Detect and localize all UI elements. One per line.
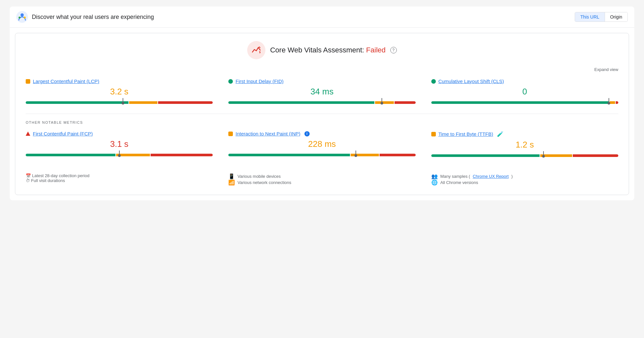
logo-icon <box>16 11 28 23</box>
header-left: Discover what your real users are experi… <box>16 11 154 23</box>
metric-item-fid: First Input Delay (FID)34 ms <box>228 78 415 106</box>
core-metrics-grid: Largest Contentful Paint (LCP)3.2 sFirst… <box>26 78 618 106</box>
metric-item-lcp: Largest Contentful Paint (LCP)3.2 s <box>26 78 213 106</box>
metric-header-fid: First Input Delay (FID) <box>228 78 415 84</box>
footer-col-3: 👥Many samples (Chrome UX Report)🌐All Chr… <box>431 173 618 186</box>
other-metrics-grid: First Contentful Paint (FCP)3.1 sInterac… <box>26 131 618 159</box>
origin-button[interactable]: Origin <box>605 12 627 21</box>
metric-header-lcp: Largest Contentful Paint (LCP) <box>26 78 213 84</box>
footer-item-chrome: 🌐All Chrome versions <box>431 179 618 186</box>
svg-point-2 <box>19 17 20 19</box>
footer-item-samples: 👥Many samples (Chrome UX Report) <box>431 173 618 179</box>
help-icon[interactable]: ? <box>390 47 397 53</box>
assessment-title: Core Web Vitals Assessment: Failed <box>270 46 385 54</box>
metric-name-cls[interactable]: Cumulative Layout Shift (CLS) <box>438 78 504 84</box>
gauge-bar-cls <box>431 99 618 106</box>
gauge-bar-ttfb <box>431 152 618 159</box>
metric-indicator-ttfb <box>431 132 436 136</box>
needle-fcp <box>119 150 120 156</box>
metric-header-ttfb: Time to First Byte (TTFB)🧪 <box>431 131 618 137</box>
metric-name-fcp[interactable]: First Contentful Paint (FCP) <box>33 131 93 136</box>
assessment-title-text: Core Web Vitals Assessment: <box>270 46 364 54</box>
assessment-row: Core Web Vitals Assessment: Failed ? <box>247 41 396 59</box>
needle-cls <box>609 98 609 103</box>
metric-name-ttfb[interactable]: Time to First Byte (TTFB) <box>438 131 493 137</box>
gauge-bar-fcp <box>26 152 213 158</box>
expand-label: Expand view <box>594 67 618 72</box>
needle-inp <box>356 150 356 156</box>
url-toggle[interactable]: This URL Origin <box>575 12 628 22</box>
footer-item-mobile-0: 📱Various mobile devices <box>228 173 415 179</box>
info-icon-inp[interactable]: i <box>304 131 310 136</box>
gauge-bar-lcp <box>26 99 213 106</box>
metric-indicator-cls <box>431 79 436 84</box>
metric-value-inp: 228 ms <box>228 139 415 149</box>
metric-name-lcp[interactable]: Largest Contentful Paint (LCP) <box>33 78 99 84</box>
metric-indicator-lcp <box>26 79 30 84</box>
metric-item-fcp: First Contentful Paint (FCP)3.1 s <box>26 131 213 159</box>
metric-value-fcp: 3.1 s <box>26 139 213 149</box>
divider <box>26 114 618 114</box>
metric-item-cls: Cumulative Layout Shift (CLS)0 <box>431 78 618 106</box>
metric-value-cls: 0 <box>431 87 618 97</box>
metric-value-fid: 34 ms <box>228 87 415 97</box>
svg-point-4 <box>260 52 261 53</box>
footer-item-mobile-1: 📶Various network connections <box>228 179 415 186</box>
footer-col-2: 📱Various mobile devices📶Various network … <box>228 173 415 186</box>
footer-item-0: 📅 Latest 28-day collection period <box>26 173 213 178</box>
metric-item-inp: Interaction to Next Paint (INP)i228 ms <box>228 131 415 159</box>
needle-ttfb <box>543 151 544 156</box>
gauge-bar-fid <box>228 99 415 106</box>
footer-col-1: 📅 Latest 28-day collection period⏱ Full … <box>26 173 213 186</box>
gauge-bar-inp <box>228 152 415 158</box>
metric-header-fcp: First Contentful Paint (FCP) <box>26 131 213 136</box>
needle-fid <box>382 98 382 103</box>
assessment-section: Core Web Vitals Assessment: Failed ? <box>26 41 618 62</box>
needle-lcp <box>123 98 123 103</box>
svg-point-3 <box>24 17 26 19</box>
metric-indicator-fid <box>228 79 233 84</box>
header: Discover what your real users are experi… <box>10 7 634 28</box>
svg-point-1 <box>20 13 24 17</box>
other-metrics-label: OTHER NOTABLE METRICS <box>26 120 618 124</box>
metric-header-cls: Cumulative Layout Shift (CLS) <box>431 78 618 84</box>
failed-icon <box>247 41 265 59</box>
metric-value-ttfb: 1.2 s <box>431 140 618 150</box>
page-wrapper: Discover what your real users are experi… <box>10 7 634 200</box>
expand-view[interactable]: Expand view <box>26 67 618 72</box>
metric-name-fid[interactable]: First Input Delay (FID) <box>235 78 284 84</box>
header-title: Discover what your real users are experi… <box>32 14 154 21</box>
assessment-status: Failed <box>366 46 386 54</box>
metric-indicator-fcp <box>26 132 30 136</box>
metric-item-ttfb: Time to First Byte (TTFB)🧪1.2 s <box>431 131 618 159</box>
metric-indicator-inp <box>228 132 233 136</box>
footer-info: 📅 Latest 28-day collection period⏱ Full … <box>26 168 618 186</box>
this-url-button[interactable]: This URL <box>575 12 605 21</box>
beaker-icon-ttfb[interactable]: 🧪 <box>497 131 503 137</box>
main-card: Core Web Vitals Assessment: Failed ? Exp… <box>15 33 629 195</box>
chrome-ux-link[interactable]: Chrome UX Report <box>473 174 509 179</box>
metric-name-inp[interactable]: Interaction to Next Paint (INP) <box>235 131 300 136</box>
failed-svg <box>251 45 262 55</box>
metric-value-lcp: 3.2 s <box>26 87 213 97</box>
footer-item-1: ⏱ Full visit durations <box>26 178 213 183</box>
assessment-title-block: Core Web Vitals Assessment: Failed <box>270 46 385 54</box>
metric-header-inp: Interaction to Next Paint (INP)i <box>228 131 415 136</box>
